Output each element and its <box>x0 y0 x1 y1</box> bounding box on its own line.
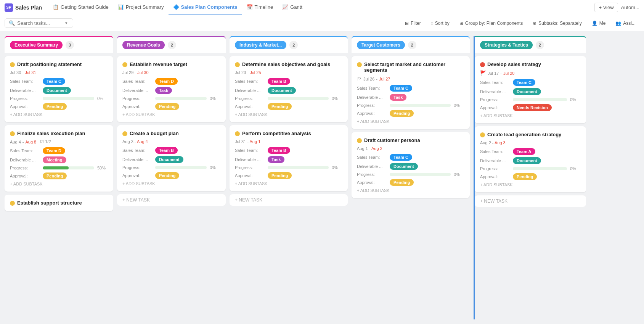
team-badge[interactable]: Team D <box>155 78 178 85</box>
approval-label: Approval: <box>357 180 387 185</box>
progress-pct: 0% <box>210 96 220 101</box>
team-label: Sales Team: <box>235 148 265 153</box>
add-subtask-btn[interactable]: + ADD SUBTASK <box>235 181 342 186</box>
app-title: Sales Plan <box>15 5 42 11</box>
card-title-text[interactable]: Develop sales strategy <box>487 61 541 67</box>
card-title-text[interactable]: Select target market and customer segmen… <box>364 61 464 73</box>
team-badge[interactable]: Team B <box>268 78 290 85</box>
card-progress-row: Progress: 0% <box>357 172 464 177</box>
filter-button[interactable]: ⊞ Filter <box>401 19 425 27</box>
add-view-button[interactable]: + View <box>594 3 618 12</box>
card-create-lead-gen: Create lead generation strategy Aug 2 - … <box>475 126 586 192</box>
card-approval-row: Approval: Pending <box>357 110 464 117</box>
card-dot-icon <box>480 62 485 67</box>
tab-sales-plan-components[interactable]: 🔷 Sales Plan Components <box>169 0 242 15</box>
card-team-row: Sales Team: Team B <box>235 147 342 154</box>
team-badge[interactable]: Team B <box>268 147 290 154</box>
team-badge[interactable]: Team C <box>390 85 412 92</box>
progress-bar-wrap <box>43 166 94 169</box>
card-deliverable-row: Deliverable ... Document <box>235 87 342 94</box>
team-label: Sales Team: <box>122 148 152 153</box>
add-subtask-btn[interactable]: + ADD SUBTASK <box>10 112 108 117</box>
add-subtask-btn[interactable]: + ADD SUBTASK <box>480 113 581 118</box>
me-button[interactable]: 👤 Me <box>588 19 610 27</box>
card-title-text[interactable]: Draft positioning statement <box>17 61 82 67</box>
new-task-industry[interactable]: + NEW TASK <box>230 194 348 206</box>
progress-label: Progress: <box>235 165 265 170</box>
card-dot-icon <box>10 201 15 206</box>
card-dates: Jul 29 - Jul 30 <box>122 70 220 75</box>
new-task-revenue[interactable]: + NEW TASK <box>117 194 226 206</box>
tab-project-summary[interactable]: 📊 Project Summary <box>113 0 169 15</box>
team-badge[interactable]: Team C <box>43 78 65 85</box>
column-strategies-tactics: Strategies & Tactics 2 Develop sales str… <box>474 36 586 319</box>
team-label: Sales Team: <box>10 148 40 153</box>
approval-label: Approval: <box>480 105 510 110</box>
card-dates: 🚩 Jul 17 - Jul 20 <box>480 70 581 76</box>
approval-badge: Pending <box>43 172 67 179</box>
deliverable-badge: Task <box>155 87 172 94</box>
card-title-text[interactable]: Finalize sales execution plan <box>17 131 85 136</box>
card-title-text[interactable]: Create lead generation strategy <box>487 132 561 137</box>
assignee-icon: 👥 <box>615 21 621 26</box>
team-badge[interactable]: Team D <box>43 147 65 154</box>
column-executive-summary: Executive Summary 3 Draft positioning st… <box>5 36 113 319</box>
card-title: Perform competitive analysis <box>235 131 342 136</box>
add-subtask-btn[interactable]: + ADD SUBTASK <box>122 181 220 186</box>
search-box[interactable]: 🔍 ▾ <box>5 18 73 28</box>
search-input[interactable] <box>17 20 63 26</box>
tab-project-summary-icon: 📊 <box>118 4 124 10</box>
me-label: Me <box>599 21 606 26</box>
approval-badge: Pending <box>155 172 179 179</box>
card-title: Select target market and customer segmen… <box>357 61 464 73</box>
column-body-executive-summary: Draft positioning statement Jul 30 - Jul… <box>5 54 113 319</box>
card-deliverable-row: Deliverable ... Meeting <box>10 156 108 163</box>
new-task-strategies[interactable]: + NEW TASK <box>475 195 586 207</box>
team-badge[interactable]: Team C <box>390 154 412 161</box>
card-title-text[interactable]: Determine sales objectives and goals <box>242 61 330 67</box>
add-subtask-btn[interactable]: + ADD SUBTASK <box>480 182 581 187</box>
card-title: Draft customer persona <box>357 137 464 143</box>
deliverable-badge: Meeting <box>43 156 66 163</box>
add-subtask-btn[interactable]: + ADD SUBTASK <box>357 119 464 124</box>
card-approval-row: Approval: Needs Revision <box>480 104 581 111</box>
tab-getting-started[interactable]: 📋 Getting Started Guide <box>48 0 113 15</box>
autom-button[interactable]: Autom... <box>621 5 639 10</box>
team-badge[interactable]: Team C <box>513 79 535 86</box>
card-team-row: Sales Team: Team B <box>235 78 342 85</box>
group-icon: ⊞ <box>459 21 463 26</box>
date-start: Jul 30 <box>10 70 21 75</box>
approval-label: Approval: <box>122 104 152 109</box>
sort-button[interactable]: ↕ Sort by <box>427 19 453 27</box>
card-title-text[interactable]: Perform competitive analysis <box>242 131 311 136</box>
card-approval-row: Approval: Pending <box>235 172 342 179</box>
group-by-button[interactable]: ⊞ Group by: Plan Components <box>456 19 527 27</box>
card-title-text[interactable]: Draft customer persona <box>364 137 420 143</box>
add-subtask-btn[interactable]: + ADD SUBTASK <box>122 112 220 117</box>
card-title: Finalize sales execution plan <box>10 131 108 136</box>
card-deliverable-row: Deliverable ... Task <box>235 156 342 163</box>
card-progress-row: Progress: 0% <box>357 103 464 108</box>
team-label: Sales Team: <box>357 155 387 160</box>
add-subtask-btn[interactable]: + ADD SUBTASK <box>235 112 342 117</box>
card-title-text[interactable]: Establish support structure <box>17 200 82 206</box>
card-deliverable-row: Deliverable ... Task <box>122 87 220 94</box>
progress-pct: 0% <box>332 96 342 101</box>
add-subtask-btn[interactable]: + ADD SUBTASK <box>10 182 108 186</box>
tab-timeline[interactable]: 📅 Timeline <box>242 0 278 15</box>
add-subtask-btn[interactable]: + ADD SUBTASK <box>357 188 464 193</box>
subtasks-button[interactable]: ⊕ Subtasks: Separately <box>529 19 585 27</box>
card-title-text[interactable]: Create a budget plan <box>130 131 179 136</box>
tab-timeline-label: Timeline <box>255 4 273 10</box>
progress-label: Progress: <box>122 96 152 101</box>
card-title-text[interactable]: Establish revenue target <box>130 61 187 67</box>
assignee-button[interactable]: 👥 Assi... <box>612 19 639 27</box>
card-approval-row: Approval: Pending <box>235 103 342 110</box>
team-badge[interactable]: Team B <box>155 147 178 154</box>
card-establish-revenue: Establish revenue target Jul 29 - Jul 30… <box>117 56 226 122</box>
team-badge[interactable]: Team A <box>513 148 535 155</box>
deliverable-badge: Document <box>43 87 71 94</box>
card-progress-row: Progress: 0% <box>235 96 342 101</box>
card-progress-row: Progress: 0% <box>10 96 108 101</box>
tab-gantt[interactable]: 📈 Gantt <box>278 0 307 15</box>
